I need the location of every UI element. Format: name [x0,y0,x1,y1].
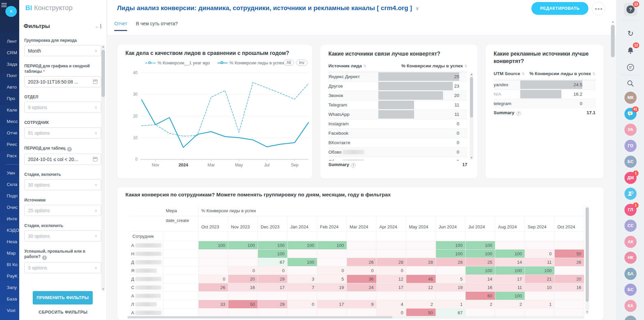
pivot-column-header[interactable]: Oct 2023 [199,216,228,232]
edit-button[interactable]: РЕДАКТИРОВАТЬ [531,2,588,15]
scroll-down-icon[interactable]: ▼ [470,156,473,160]
select-input[interactable]: 30 options∨ [24,179,101,190]
sidebar-item[interactable]: Инте [0,213,19,225]
legend-inv-button[interactable]: Inv [296,60,308,66]
sidebar-item[interactable]: BI Ко [0,259,19,270]
utm-col-source[interactable]: UTM Source⇅ [494,71,525,76]
select-input[interactable]: 25 options∨ [24,205,101,216]
sidebar-item[interactable]: Умн [0,167,19,179]
pivot-column-header[interactable]: Jun 2024 [436,216,466,232]
avatar[interactable]: КА [624,300,637,312]
avatar[interactable]: АК [624,236,637,248]
sort-icon[interactable]: ⇅ [464,64,467,68]
sidebar-item[interactable]: Скла [0,179,19,190]
notifications-icon[interactable]: 12 [624,44,637,57]
sidebar-item[interactable]: Подп [0,190,19,202]
sidebar-item[interactable]: База [0,293,19,305]
refresh-icon[interactable]: ↻ [624,27,637,40]
legend-item[interactable]: % Конверсии лиды в успех [217,60,284,65]
pivot-scrollbar[interactable]: ▼ [585,206,589,315]
avatar[interactable]: БС [624,156,637,168]
chat-icon[interactable] [624,61,637,74]
page-title[interactable]: Лиды анализ конверсии: динамика, сотрудн… [117,4,419,12]
legend-item[interactable]: % Конверсии__1 year ago [145,60,210,65]
collapse-panel-icon[interactable]: ← [95,24,101,29]
pivot-column-header[interactable]: Oct 2024 [555,216,584,232]
avatar[interactable]: МК [624,92,637,104]
sidebar-item[interactable]: PayK [0,270,19,282]
pivot-column-header[interactable]: Nov 2023 [228,216,258,232]
apply-filters-button[interactable]: ПРИМЕНИТЬ ФИЛЬТРЫ [33,291,93,305]
sidebar-item[interactable]: Voxi [0,305,19,316]
pivot-column-header[interactable]: Aug 2024 [495,216,525,232]
more-options-button[interactable] [592,2,605,15]
main-scrollbar[interactable]: ▲ [611,20,615,318]
select-input[interactable]: 91 options∨ [24,127,101,138]
sidebar-item[interactable]: Лент [0,36,19,47]
sidebar-item[interactable]: Реес [0,139,19,150]
select-input[interactable]: 30 options∨ [24,230,101,242]
select-input[interactable]: 9 options∨ [24,102,101,113]
utm-col-value[interactable]: % Конверсии лиды в успех⇅ [529,71,595,76]
pivot-column-header[interactable]: Jul 2024 [466,216,495,232]
filters-scrollbar[interactable]: ▲ ▼ [101,44,105,292]
select-input[interactable]: 3 options∨ [24,262,101,273]
pivot-column-header[interactable]: Apr 2024 [377,216,406,232]
help-icon[interactable]: ?13 [624,3,637,16]
tab-report[interactable]: Отчет [114,21,127,31]
scroll-down-icon[interactable]: ▼ [101,288,105,291]
date-input[interactable]: 2023-10-11T16:50:08 ... [24,76,101,87]
select-input[interactable]: Month∨ [24,45,101,56]
sort-icon[interactable]: ⇅ [522,72,525,76]
title-chevron-down-icon[interactable]: ∨ [415,5,419,11]
sidebar-item[interactable]: Запу [0,282,19,293]
person-clock-avatar-icon[interactable] [624,188,637,200]
pivot-column-header[interactable]: Jan 2024 [288,216,317,232]
pivot-hscrollbar[interactable] [127,316,584,319]
messenger-avatar-icon[interactable]: 41 [624,108,637,120]
scroll-up-icon[interactable]: ▲ [101,45,105,49]
sort-icon[interactable]: ⇅ [363,64,366,68]
reset-filters-button[interactable]: СБРОСИТЬ ФИЛЬТРЫ [19,310,107,315]
avatar[interactable]: ДМ1 [624,172,637,184]
sidebar-item[interactable]: Мар [0,248,19,259]
sources-col-value[interactable]: % Конверсии лиды в успех⇅ [401,63,467,68]
avatar[interactable]: ДМ [624,316,637,320]
sidebar-item[interactable]: Почт [0,70,19,82]
pivot-column-header[interactable]: Dec 2023 [258,216,288,232]
pivot-column-header[interactable]: Sep 2024 [525,216,555,232]
sidebar-item[interactable]: Авто [0,82,19,93]
sidebar-item[interactable]: Зада [0,59,19,70]
sidebar-item[interactable]: Месс [0,116,19,127]
scroll-up-icon[interactable]: ▲ [611,20,615,24]
sidebar-item[interactable]: CRM [0,47,19,59]
pivot-column-header[interactable]: Feb 2024 [317,216,347,232]
sidebar-item[interactable]: Расх [0,150,19,162]
sidebar-item[interactable]: Неза [0,236,19,248]
info-icon[interactable]: i [42,255,47,260]
sidebar-item[interactable]: Кале [0,104,19,116]
avatar[interactable]: ГЛ1 [624,204,637,216]
legend-all-button[interactable]: All [284,60,294,66]
info-icon[interactable]: ? [351,163,356,168]
sidebar-item[interactable]: Отче [0,127,19,139]
sidebar-item[interactable]: КЭДО [0,225,19,236]
avatar[interactable]: СС [624,220,637,232]
avatar[interactable]: БС [624,284,637,296]
hamburger-icon[interactable] [1,3,7,7]
search-icon[interactable] [624,77,637,90]
sources-scrollbar[interactable]: ▲ ▼ [470,72,473,160]
sources-col-source[interactable]: Источник лида⇅ [328,63,367,68]
close-menu-button[interactable]: × [5,6,17,17]
date-input[interactable]: 2024-10-01 ≤ col < 20... [24,154,101,165]
pivot-column-header[interactable]: Mar 2024 [347,216,377,232]
sort-icon[interactable]: ⇅ [592,72,595,76]
scroll-up-icon[interactable]: ▲ [470,73,473,76]
scroll-down-icon[interactable]: ▼ [585,311,589,314]
pivot-column-header[interactable]: May 2024 [406,216,436,232]
sidebar-item[interactable]: Очис [0,202,19,213]
avatar[interactable]: УА [624,124,637,136]
avatar[interactable]: ГО [624,140,637,152]
info-icon[interactable]: i [67,147,72,152]
avatar[interactable]: БА [624,268,637,280]
